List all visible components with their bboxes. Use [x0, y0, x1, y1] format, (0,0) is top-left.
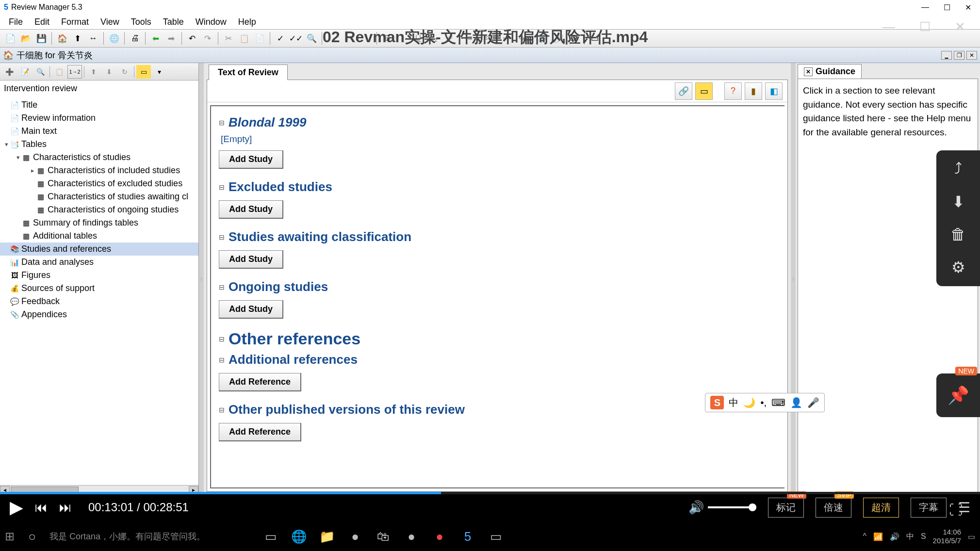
add-study-button[interactable]: Add Study: [219, 150, 283, 169]
section-heading[interactable]: ⊟Other published versions of this review: [219, 402, 777, 417]
speed-button[interactable]: SVIP 倍速: [816, 498, 851, 518]
collapse-icon[interactable]: ⊟: [219, 283, 225, 291]
forward-icon[interactable]: ➡: [164, 31, 179, 46]
splitter-left[interactable]: ⋮: [199, 63, 204, 495]
menu-view[interactable]: View: [95, 16, 125, 29]
menu-help[interactable]: Help: [232, 16, 262, 29]
subtitle-button[interactable]: 字幕: [911, 498, 947, 518]
sync-icon[interactable]: ↔: [86, 31, 100, 46]
tree-item[interactable]: ▦Characteristics of studies awaiting cl: [0, 190, 198, 203]
section-heading[interactable]: ⊟Other references: [219, 329, 777, 348]
save-icon[interactable]: 💾: [34, 31, 49, 46]
tree-item[interactable]: 📎Appendices: [0, 308, 198, 321]
app3-icon[interactable]: ▭: [485, 526, 506, 547]
collapse-icon[interactable]: ⊟: [219, 356, 225, 364]
checkin-icon[interactable]: ⬆: [70, 31, 85, 46]
ct-guidance-icon[interactable]: ◧: [765, 82, 783, 100]
ime-moon-icon[interactable]: 🌙: [743, 397, 755, 408]
add-study-button[interactable]: Add Study: [219, 250, 283, 269]
ime-lang[interactable]: 中: [729, 396, 738, 409]
cut-icon[interactable]: ✂: [221, 31, 236, 46]
copy2-icon[interactable]: 📋: [52, 65, 66, 79]
app1-icon[interactable]: ●: [344, 526, 366, 547]
section-heading[interactable]: ⊟Excluded studies: [219, 179, 777, 194]
validate-icon[interactable]: ✓✓: [289, 31, 303, 46]
tree-item[interactable]: ▦Additional tables: [0, 229, 198, 243]
floating-pin[interactable]: NEW 📌: [936, 373, 980, 417]
section-heading[interactable]: ⊟Studies awaiting classification: [219, 229, 777, 244]
collapse-icon[interactable]: ⊟: [219, 183, 225, 191]
maximize-button[interactable]: ☐: [944, 3, 950, 12]
redo-icon[interactable]: ↷: [200, 31, 215, 46]
tree-item[interactable]: 📊Data and analyses: [0, 256, 198, 269]
ime-keyboard-icon[interactable]: ⌨: [771, 397, 785, 408]
tab-guidance[interactable]: ✕ Guidance: [798, 64, 862, 79]
menu-tools[interactable]: Tools: [125, 16, 157, 29]
tree-item[interactable]: 📚Studies and references: [0, 243, 198, 256]
tray-sound-icon[interactable]: 🔊: [890, 532, 899, 541]
guidance-close-icon[interactable]: ✕: [804, 67, 813, 76]
tree-item[interactable]: ▾📑Tables: [0, 138, 198, 151]
collapse-icon[interactable]: ⊟: [219, 335, 225, 343]
new-icon[interactable]: 📄: [3, 31, 17, 46]
print-icon[interactable]: 🖨: [128, 31, 142, 46]
section-heading[interactable]: ⊟Blondal 1999: [219, 115, 777, 130]
open-icon[interactable]: 📂: [18, 31, 33, 46]
ct-note-icon[interactable]: ▭: [695, 82, 713, 100]
tray-app-icon[interactable]: S: [921, 532, 926, 541]
up-icon[interactable]: ⬆: [86, 65, 101, 79]
mark-button[interactable]: NEW 标记: [768, 498, 804, 518]
section-heading[interactable]: ⊟Ongoing studies: [219, 279, 777, 294]
ct-link-icon[interactable]: 🔗: [675, 82, 692, 100]
tree-item[interactable]: ▦Characteristics of excluded studies: [0, 177, 198, 190]
share-icon[interactable]: ⤴: [954, 160, 962, 178]
tree-item[interactable]: ▦Summary of findings tables: [0, 216, 198, 229]
ime-mic-icon[interactable]: 🎤: [807, 397, 819, 408]
app2-icon[interactable]: ●: [401, 526, 422, 547]
settings-icon[interactable]: ⚙: [951, 258, 965, 276]
menu-edit[interactable]: Edit: [29, 16, 55, 29]
overlay-minimize[interactable]: —: [882, 19, 895, 34]
close-button[interactable]: ✕: [965, 3, 971, 12]
checkout-icon[interactable]: 🏠: [55, 31, 69, 46]
minimize-button[interactable]: —: [921, 3, 929, 12]
delete-icon[interactable]: 🗑: [950, 226, 966, 243]
menu-table[interactable]: Table: [157, 16, 190, 29]
add-reference-button[interactable]: Add Reference: [219, 373, 301, 391]
edit-icon[interactable]: 📝: [17, 65, 32, 79]
refresh-icon[interactable]: ↻: [117, 65, 132, 79]
note-icon[interactable]: ▭: [136, 65, 151, 79]
tray-notifications-icon[interactable]: ▭: [968, 532, 975, 541]
tab-text-of-review[interactable]: Text of Review: [209, 65, 288, 80]
edge-icon[interactable]: 🌐: [288, 526, 310, 547]
menu-format[interactable]: Format: [55, 16, 95, 29]
find-icon[interactable]: 🔍: [33, 65, 48, 79]
paste-icon[interactable]: 📄: [252, 31, 267, 46]
add-study-button[interactable]: Add Study: [219, 200, 283, 219]
tree-item[interactable]: ▾▦Characteristics of studies: [0, 151, 198, 164]
doc-close[interactable]: ✕: [966, 51, 977, 60]
splitter-right[interactable]: ⋮: [791, 63, 796, 495]
explorer-icon[interactable]: 📁: [316, 526, 338, 547]
ime-punct[interactable]: •,: [760, 397, 767, 408]
dropdown-icon[interactable]: ▾: [152, 65, 166, 79]
section-heading[interactable]: ⊟Additional references: [219, 352, 777, 367]
down-icon[interactable]: ⬇: [102, 65, 116, 79]
menu-window[interactable]: Window: [190, 16, 232, 29]
menu-file[interactable]: File: [3, 16, 29, 29]
taskbar-clock[interactable]: 14:06 2016/5/7: [933, 528, 961, 545]
add-study-button[interactable]: Add Study: [219, 300, 283, 319]
fullscreen-icon[interactable]: ⛶: [949, 502, 963, 518]
quality-button[interactable]: 超清: [863, 498, 899, 518]
cortana-search[interactable]: 我是 Cortana，小娜。有问题尽管问我。: [49, 531, 253, 542]
ct-book-icon[interactable]: ▮: [745, 82, 762, 100]
volume-control[interactable]: 🔊: [688, 500, 756, 515]
tree-item[interactable]: 📄Title: [0, 98, 198, 112]
tray-ime[interactable]: 中: [906, 532, 914, 542]
spellcheck-icon[interactable]: ✓: [273, 31, 288, 46]
undo-icon[interactable]: ↶: [185, 31, 199, 46]
tree-item[interactable]: 🖼Figures: [0, 269, 198, 282]
ct-help-icon[interactable]: ?: [724, 82, 742, 100]
download-icon[interactable]: ⬇: [952, 193, 965, 211]
volume-thumb[interactable]: [749, 503, 756, 511]
